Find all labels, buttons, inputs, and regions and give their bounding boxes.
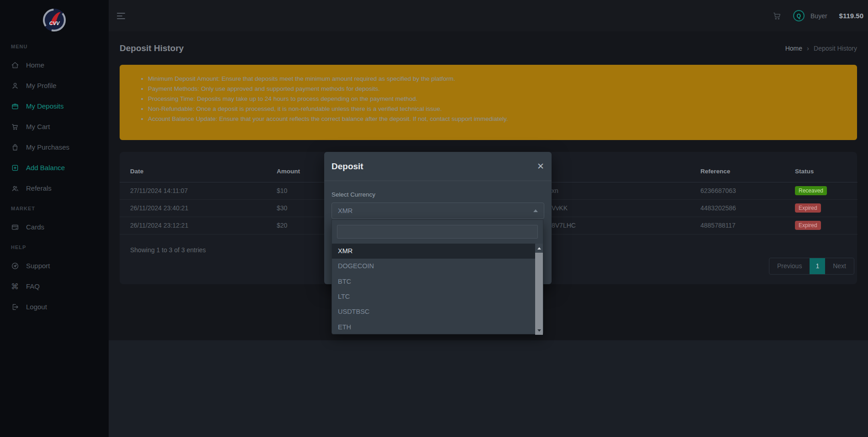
sidebar-item-label: My Purchases xyxy=(26,143,69,151)
bag-icon xyxy=(11,143,19,151)
sidebar-item-my-purchases[interactable]: My Purchases xyxy=(0,137,109,157)
currency-option-usdtbsc[interactable]: USDTBSC xyxy=(332,304,535,319)
home-icon xyxy=(11,61,19,69)
status-badge: Expired xyxy=(795,203,821,213)
sidebar-item-label: FAQ xyxy=(26,282,40,290)
sidebar-item-label: My Deposits xyxy=(26,102,64,110)
user-icon xyxy=(11,82,19,90)
logo-icon: CVV xyxy=(42,8,66,32)
scroll-down-icon[interactable] xyxy=(535,326,543,335)
sidebar-item-my-deposits[interactable]: My Deposits xyxy=(0,96,109,116)
notice-item: Minimum Deposit Amount: Ensure that depo… xyxy=(148,74,843,84)
cell-date: 26/11/2024 23:40:21 xyxy=(120,199,277,217)
selected-currency-value: XMR xyxy=(338,207,352,214)
sidebar-item-home[interactable]: Home xyxy=(0,55,109,75)
cell-date: 27/11/2024 14:11:07 xyxy=(120,182,277,199)
breadcrumb-current: Deposit History xyxy=(814,45,857,52)
notice-item: Payment Methods: Only use approved and s… xyxy=(148,84,843,94)
sidebar-item-label: My Cart xyxy=(26,123,50,130)
chevron-right-icon: › xyxy=(807,44,809,52)
notice-item: Account Balance Update: Ensure that your… xyxy=(148,114,843,124)
status-badge: Receaved xyxy=(795,186,827,195)
users-icon xyxy=(11,184,19,192)
sidebar-item-label: My Profile xyxy=(26,82,57,89)
close-icon[interactable]: ✕ xyxy=(537,162,544,171)
currency-option-list: XMR DOGECOIN BTC LTC USDTBSC ETH xyxy=(332,244,543,335)
modal-title: Deposit xyxy=(331,161,363,172)
scrollbar-thumb[interactable] xyxy=(535,253,543,326)
user-role-label: Buyer xyxy=(810,12,827,20)
cell-reference: 4885788117 xyxy=(700,217,795,234)
currency-search-input[interactable] xyxy=(337,225,538,239)
sidebar-item-label: Cards xyxy=(26,223,44,231)
send-icon xyxy=(11,262,19,270)
currency-select[interactable]: XMR xyxy=(331,203,544,219)
command-icon: ⌘ xyxy=(11,282,19,291)
sidebar-item-label: Support xyxy=(26,262,50,270)
cell-address: VvKK xyxy=(552,199,700,217)
sidebar-item-label: Add Balance xyxy=(26,164,65,172)
sidebar-item-label: Referals xyxy=(26,184,52,192)
notice-item: Processing Time: Deposits may take up to… xyxy=(148,94,843,104)
wallet-icon xyxy=(11,102,19,110)
column-header-date: Date xyxy=(120,152,277,182)
page-title: Deposit History xyxy=(120,43,184,53)
hamburger-menu-icon[interactable] xyxy=(117,11,125,21)
pagination: Previous 1 Next xyxy=(769,258,854,275)
avatar[interactable]: Q xyxy=(793,10,805,21)
dropdown-scrollbar[interactable] xyxy=(535,244,543,335)
scroll-up-icon[interactable] xyxy=(535,244,543,253)
footer-strip xyxy=(109,340,868,437)
sidebar-item-my-profile[interactable]: My Profile xyxy=(0,75,109,96)
sidebar-item-cards[interactable]: Cards xyxy=(0,217,109,237)
select-currency-label: Select Currency xyxy=(331,191,544,198)
cart-icon[interactable] xyxy=(772,11,782,21)
credit-card-icon xyxy=(11,223,19,231)
sidebar-item-support[interactable]: Support xyxy=(0,255,109,276)
sidebar-item-label: Logout xyxy=(26,303,47,311)
sidebar-section-help: HELP xyxy=(11,245,109,250)
sidebar-item-add-balance[interactable]: Add Balance xyxy=(0,157,109,178)
chevron-up-icon xyxy=(533,209,538,212)
column-header-address xyxy=(552,152,700,182)
notice-item: Non-Refundable: Once a deposit is proces… xyxy=(148,104,843,114)
currency-dropdown: XMR DOGECOIN BTC LTC USDTBSC ETH xyxy=(331,219,543,334)
pagination-page-1-button[interactable]: 1 xyxy=(810,258,825,274)
column-header-reference: Reference xyxy=(700,152,795,182)
cell-address: xn xyxy=(552,182,700,199)
sidebar-item-faq[interactable]: ⌘ FAQ xyxy=(0,276,109,297)
column-header-status: Status xyxy=(795,152,857,182)
sidebar-section-menu: MENU xyxy=(11,44,109,49)
currency-option-ltc[interactable]: LTC xyxy=(332,289,535,304)
sidebar-item-referals[interactable]: Referals xyxy=(0,178,109,198)
sidebar: CVV MENU Home My Profile My Deposits My … xyxy=(0,0,109,437)
pagination-previous-button[interactable]: Previous xyxy=(769,258,810,274)
breadcrumb-home-link[interactable]: Home xyxy=(785,45,802,52)
cell-reference: 4483202586 xyxy=(700,199,795,217)
cell-address: 8V7LHC xyxy=(552,217,700,234)
sidebar-item-logout[interactable]: Logout xyxy=(0,297,109,317)
currency-option-xmr[interactable]: XMR xyxy=(332,244,535,259)
currency-option-btc[interactable]: BTC xyxy=(332,274,535,289)
currency-option-eth[interactable]: ETH xyxy=(332,320,535,335)
account-balance: $119.50 xyxy=(839,12,863,20)
cart-icon xyxy=(11,123,19,131)
pagination-next-button[interactable]: Next xyxy=(825,258,854,274)
status-badge: Expired xyxy=(795,221,821,230)
sidebar-item-my-cart[interactable]: My Cart xyxy=(0,116,109,137)
topbar: Q Buyer $119.50 xyxy=(109,0,868,31)
plus-square-icon xyxy=(11,164,19,172)
cell-date: 26/11/2024 23:12:21 xyxy=(120,217,277,234)
svg-text:CVV: CVV xyxy=(49,21,60,26)
currency-option-dogecoin[interactable]: DOGECOIN xyxy=(332,259,535,274)
sidebar-item-label: Home xyxy=(26,61,44,69)
deposit-rules-notice: Minimum Deposit Amount: Ensure that depo… xyxy=(120,65,857,140)
app-logo[interactable]: CVV xyxy=(0,0,109,36)
logout-icon xyxy=(11,303,19,311)
sidebar-section-market: MARKET xyxy=(11,206,109,211)
cell-reference: 6236687063 xyxy=(700,182,795,199)
breadcrumb: Home › Deposit History xyxy=(785,44,857,52)
